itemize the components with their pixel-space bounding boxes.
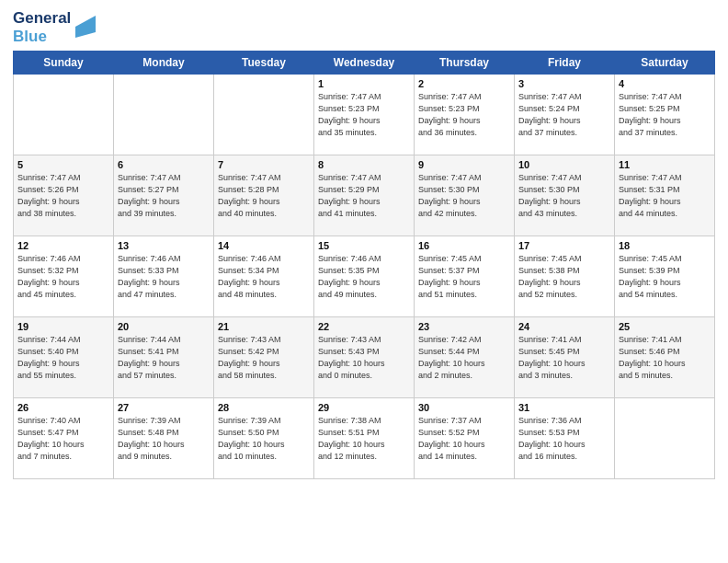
day-header-wednesday: Wednesday [314, 52, 415, 75]
day-info: Sunrise: 7:46 AM Sunset: 5:33 PM Dayligh… [118, 253, 210, 301]
calendar-cell: 31Sunrise: 7:36 AM Sunset: 5:53 PM Dayli… [515, 398, 615, 479]
calendar-cell: 22Sunrise: 7:43 AM Sunset: 5:43 PM Dayli… [314, 317, 415, 398]
calendar-cell [615, 398, 715, 479]
day-number: 12 [17, 240, 109, 251]
day-number: 23 [418, 321, 510, 332]
day-number: 16 [418, 240, 510, 251]
day-header-friday: Friday [515, 52, 615, 75]
day-info: Sunrise: 7:47 AM Sunset: 5:27 PM Dayligh… [118, 172, 210, 220]
day-number: 7 [218, 159, 310, 170]
logo-text: GeneralBlue [13, 9, 71, 45]
calendar-cell: 14Sunrise: 7:46 AM Sunset: 5:34 PM Dayli… [214, 236, 314, 317]
calendar-cell: 5Sunrise: 7:47 AM Sunset: 5:26 PM Daylig… [14, 155, 114, 236]
calendar-cell: 7Sunrise: 7:47 AM Sunset: 5:28 PM Daylig… [214, 155, 314, 236]
day-info: Sunrise: 7:42 AM Sunset: 5:44 PM Dayligh… [418, 334, 510, 382]
calendar-cell: 2Sunrise: 7:47 AM Sunset: 5:23 PM Daylig… [415, 75, 515, 155]
calendar-cell: 29Sunrise: 7:38 AM Sunset: 5:51 PM Dayli… [314, 398, 415, 479]
day-info: Sunrise: 7:46 AM Sunset: 5:35 PM Dayligh… [318, 253, 410, 301]
day-info: Sunrise: 7:41 AM Sunset: 5:46 PM Dayligh… [619, 334, 711, 382]
day-number: 19 [17, 321, 109, 332]
day-number: 8 [318, 159, 410, 170]
day-info: Sunrise: 7:43 AM Sunset: 5:42 PM Dayligh… [218, 334, 310, 382]
calendar-cell: 15Sunrise: 7:46 AM Sunset: 5:35 PM Dayli… [314, 236, 415, 317]
day-number: 29 [318, 402, 410, 413]
day-info: Sunrise: 7:36 AM Sunset: 5:53 PM Dayligh… [518, 415, 610, 463]
day-info: Sunrise: 7:47 AM Sunset: 5:25 PM Dayligh… [619, 91, 711, 139]
logo-icon [75, 10, 96, 38]
day-info: Sunrise: 7:47 AM Sunset: 5:31 PM Dayligh… [619, 172, 711, 220]
day-number: 25 [619, 321, 711, 332]
day-header-thursday: Thursday [415, 52, 515, 75]
day-number: 6 [118, 159, 210, 170]
day-number: 18 [619, 240, 711, 251]
day-number: 15 [318, 240, 410, 251]
calendar-cell: 30Sunrise: 7:37 AM Sunset: 5:52 PM Dayli… [415, 398, 515, 479]
day-header-tuesday: Tuesday [214, 52, 314, 75]
calendar-cell: 10Sunrise: 7:47 AM Sunset: 5:30 PM Dayli… [515, 155, 615, 236]
day-info: Sunrise: 7:47 AM Sunset: 5:24 PM Dayligh… [518, 91, 610, 139]
day-info: Sunrise: 7:47 AM Sunset: 5:30 PM Dayligh… [418, 172, 510, 220]
calendar-cell: 23Sunrise: 7:42 AM Sunset: 5:44 PM Dayli… [415, 317, 515, 398]
day-info: Sunrise: 7:47 AM Sunset: 5:30 PM Dayligh… [518, 172, 610, 220]
calendar-cell: 19Sunrise: 7:44 AM Sunset: 5:40 PM Dayli… [14, 317, 114, 398]
day-info: Sunrise: 7:43 AM Sunset: 5:43 PM Dayligh… [318, 334, 410, 382]
calendar-table: SundayMondayTuesdayWednesdayThursdayFrid… [13, 51, 715, 479]
day-number: 28 [218, 402, 310, 413]
calendar-week-3: 12Sunrise: 7:46 AM Sunset: 5:32 PM Dayli… [14, 236, 715, 317]
day-info: Sunrise: 7:39 AM Sunset: 5:50 PM Dayligh… [218, 415, 310, 463]
day-info: Sunrise: 7:45 AM Sunset: 5:39 PM Dayligh… [619, 253, 711, 301]
calendar-cell [14, 75, 114, 155]
day-info: Sunrise: 7:47 AM Sunset: 5:29 PM Dayligh… [318, 172, 410, 220]
day-info: Sunrise: 7:39 AM Sunset: 5:48 PM Dayligh… [118, 415, 210, 463]
day-number: 31 [518, 402, 610, 413]
header: GeneralBlue [13, 9, 715, 45]
day-number: 13 [118, 240, 210, 251]
day-number: 11 [619, 159, 711, 170]
svg-marker-0 [75, 16, 96, 38]
day-info: Sunrise: 7:38 AM Sunset: 5:51 PM Dayligh… [318, 415, 410, 463]
day-number: 5 [17, 159, 109, 170]
calendar-cell: 12Sunrise: 7:46 AM Sunset: 5:32 PM Dayli… [14, 236, 114, 317]
calendar-week-4: 19Sunrise: 7:44 AM Sunset: 5:40 PM Dayli… [14, 317, 715, 398]
calendar-cell: 25Sunrise: 7:41 AM Sunset: 5:46 PM Dayli… [615, 317, 715, 398]
calendar-cell [214, 75, 314, 155]
calendar-cell: 13Sunrise: 7:46 AM Sunset: 5:33 PM Dayli… [114, 236, 214, 317]
calendar-week-5: 26Sunrise: 7:40 AM Sunset: 5:47 PM Dayli… [14, 398, 715, 479]
day-number: 21 [218, 321, 310, 332]
day-number: 9 [418, 159, 510, 170]
day-header-saturday: Saturday [615, 52, 715, 75]
calendar-cell: 9Sunrise: 7:47 AM Sunset: 5:30 PM Daylig… [415, 155, 515, 236]
calendar-cell: 26Sunrise: 7:40 AM Sunset: 5:47 PM Dayli… [14, 398, 114, 479]
day-number: 20 [118, 321, 210, 332]
calendar-cell: 17Sunrise: 7:45 AM Sunset: 5:38 PM Dayli… [515, 236, 615, 317]
calendar-cell: 21Sunrise: 7:43 AM Sunset: 5:42 PM Dayli… [214, 317, 314, 398]
day-number: 17 [518, 240, 610, 251]
day-number: 24 [518, 321, 610, 332]
day-info: Sunrise: 7:44 AM Sunset: 5:41 PM Dayligh… [118, 334, 210, 382]
calendar-cell: 1Sunrise: 7:47 AM Sunset: 5:23 PM Daylig… [314, 75, 415, 155]
day-info: Sunrise: 7:47 AM Sunset: 5:26 PM Dayligh… [17, 172, 109, 220]
calendar-cell: 11Sunrise: 7:47 AM Sunset: 5:31 PM Dayli… [615, 155, 715, 236]
day-info: Sunrise: 7:47 AM Sunset: 5:23 PM Dayligh… [418, 91, 510, 139]
calendar-cell [114, 75, 214, 155]
calendar-cell: 3Sunrise: 7:47 AM Sunset: 5:24 PM Daylig… [515, 75, 615, 155]
calendar-cell: 8Sunrise: 7:47 AM Sunset: 5:29 PM Daylig… [314, 155, 415, 236]
day-number: 10 [518, 159, 610, 170]
day-number: 14 [218, 240, 310, 251]
day-info: Sunrise: 7:37 AM Sunset: 5:52 PM Dayligh… [418, 415, 510, 463]
calendar-cell: 6Sunrise: 7:47 AM Sunset: 5:27 PM Daylig… [114, 155, 214, 236]
calendar-cell: 24Sunrise: 7:41 AM Sunset: 5:45 PM Dayli… [515, 317, 615, 398]
day-number: 2 [418, 78, 510, 89]
calendar-cell: 4Sunrise: 7:47 AM Sunset: 5:25 PM Daylig… [615, 75, 715, 155]
day-number: 30 [418, 402, 510, 413]
calendar-cell: 27Sunrise: 7:39 AM Sunset: 5:48 PM Dayli… [114, 398, 214, 479]
calendar-header-row: SundayMondayTuesdayWednesdayThursdayFrid… [14, 52, 715, 75]
logo: GeneralBlue [13, 9, 96, 45]
page: GeneralBlue SundayMondayTuesdayWednesday… [0, 0, 728, 563]
day-info: Sunrise: 7:46 AM Sunset: 5:32 PM Dayligh… [17, 253, 109, 301]
day-number: 26 [17, 402, 109, 413]
day-info: Sunrise: 7:40 AM Sunset: 5:47 PM Dayligh… [17, 415, 109, 463]
calendar-cell: 20Sunrise: 7:44 AM Sunset: 5:41 PM Dayli… [114, 317, 214, 398]
day-info: Sunrise: 7:44 AM Sunset: 5:40 PM Dayligh… [17, 334, 109, 382]
day-info: Sunrise: 7:46 AM Sunset: 5:34 PM Dayligh… [218, 253, 310, 301]
